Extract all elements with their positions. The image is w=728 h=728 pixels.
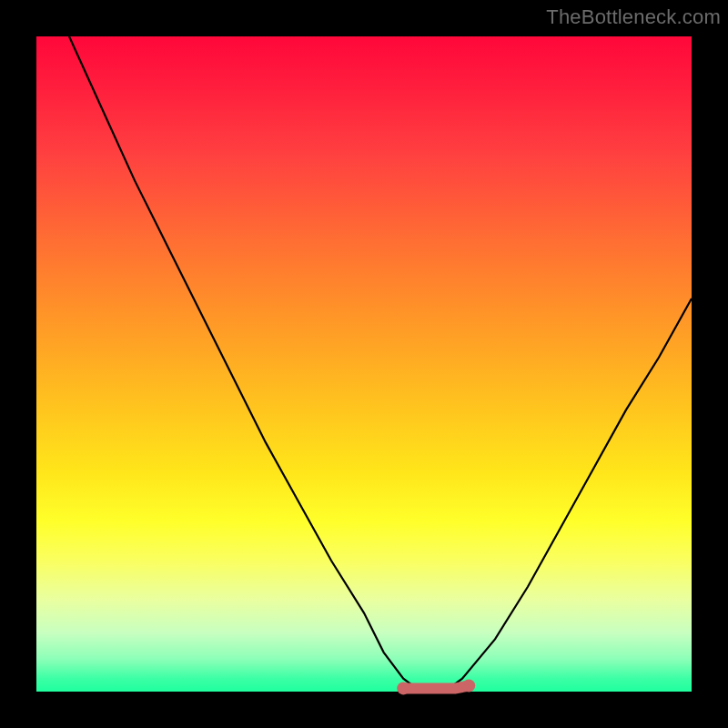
marker-start-dot [397,682,410,694]
chart-frame: TheBottleneck.com [0,0,728,728]
bottleneck-curve-path [69,36,692,688]
marker-end-dot [462,680,475,693]
watermark-text: TheBottleneck.com [546,5,721,29]
bottleneck-flat-marker-path [403,686,469,689]
plot-area [36,36,692,692]
chart-svg [36,36,692,692]
